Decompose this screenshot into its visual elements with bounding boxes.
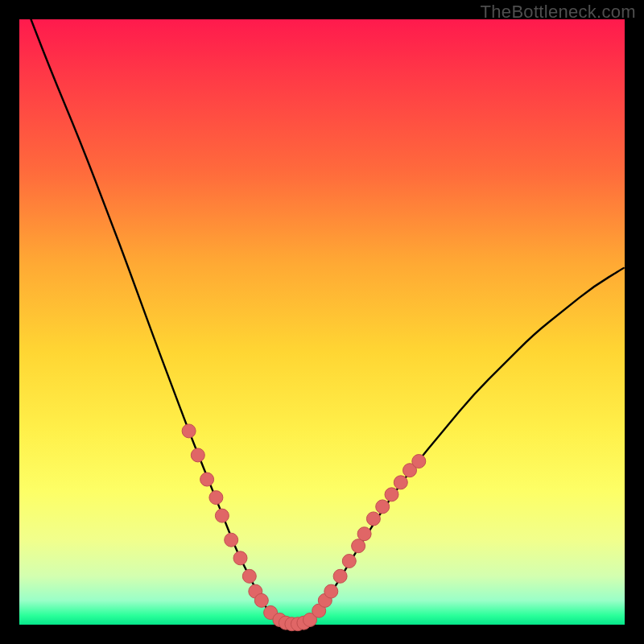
curve-marker — [376, 500, 390, 514]
chart-area — [19, 19, 625, 625]
curve-marker — [233, 551, 247, 565]
outer-frame: TheBottleneck.com — [0, 0, 644, 644]
curve-marker — [225, 533, 238, 547]
curve-marker — [254, 593, 268, 607]
curve-markers — [182, 424, 426, 631]
curve-marker — [333, 569, 347, 583]
curve-marker — [412, 455, 426, 469]
curve-marker — [200, 473, 214, 486]
curve-marker — [357, 527, 371, 541]
curve-marker — [352, 539, 365, 553]
curve-marker — [366, 512, 380, 526]
bottleneck-curve — [19, 0, 625, 625]
curve-marker — [215, 509, 229, 522]
curve-marker — [242, 569, 256, 583]
curve-marker — [394, 476, 407, 489]
curve-marker — [209, 491, 223, 505]
curve-marker — [191, 448, 204, 462]
curve-marker — [342, 555, 356, 568]
curve-marker — [182, 424, 196, 438]
chart-svg — [19, 19, 625, 625]
curve-marker — [385, 488, 398, 502]
curve-marker — [324, 584, 338, 598]
